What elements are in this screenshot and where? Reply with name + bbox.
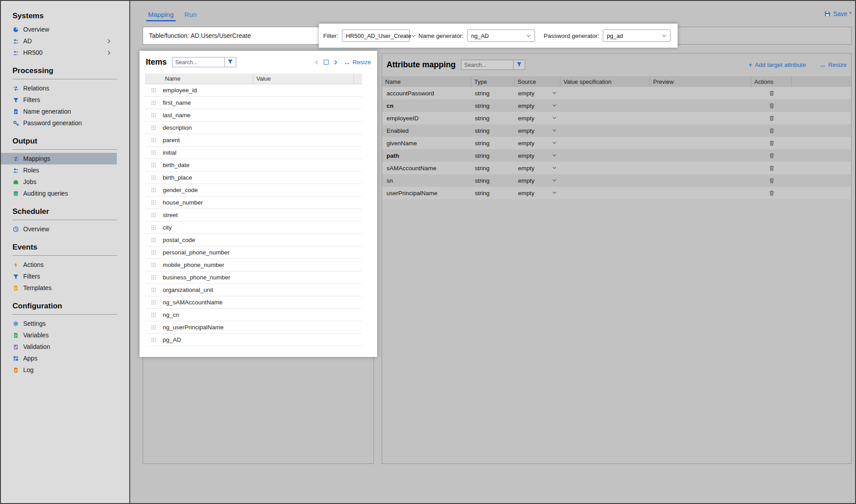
drag-handle-icon[interactable] bbox=[145, 162, 162, 168]
sidebar-item-jobs[interactable]: Jobs bbox=[1, 176, 117, 188]
sidebar-item-overview[interactable]: Overview bbox=[1, 24, 117, 35]
sidebar-item-filters[interactable]: Filters bbox=[1, 270, 117, 282]
attribute-row: pathstringempty bbox=[382, 149, 851, 162]
name-generator-select[interactable]: ng_AD bbox=[467, 29, 535, 42]
delete-attribute-button[interactable] bbox=[755, 127, 788, 134]
tab-mapping[interactable]: Mapping bbox=[143, 3, 179, 25]
sidebar-item-actions[interactable]: Actions bbox=[1, 259, 117, 270]
item-row[interactable]: city bbox=[145, 221, 362, 234]
drag-handle-icon[interactable] bbox=[145, 225, 162, 230]
item-row[interactable]: employee_id bbox=[145, 84, 362, 97]
sidebar-item-filters[interactable]: Filters bbox=[1, 94, 117, 106]
sidebar-item-validation[interactable]: Validation bbox=[1, 341, 117, 352]
delete-attribute-button[interactable] bbox=[755, 177, 788, 184]
attribute-filter-button[interactable] bbox=[514, 60, 525, 70]
drag-handle-icon[interactable] bbox=[145, 200, 162, 205]
drag-handle-icon[interactable] bbox=[145, 237, 162, 243]
source-select[interactable]: empty bbox=[518, 152, 557, 159]
sidebar-item-password-generation[interactable]: Password generation bbox=[1, 117, 117, 129]
drag-handle-icon[interactable] bbox=[145, 324, 162, 330]
drag-handle-icon[interactable] bbox=[145, 125, 162, 131]
delete-attribute-button[interactable] bbox=[755, 115, 788, 121]
sidebar-item-ad[interactable]: AD bbox=[1, 35, 117, 47]
sidebar-item-relations[interactable]: Relations bbox=[1, 82, 117, 94]
item-row[interactable]: parent bbox=[145, 134, 362, 147]
tab-run[interactable]: Run bbox=[179, 3, 202, 25]
password-generator-select[interactable]: pg_ad bbox=[603, 29, 671, 42]
attribute-resize-button[interactable]: ↔ Resize bbox=[819, 61, 847, 68]
next-page-button[interactable] bbox=[333, 60, 338, 65]
drag-handle-icon[interactable] bbox=[145, 112, 162, 118]
add-target-attribute-button[interactable]: + Add target attribute bbox=[749, 61, 806, 69]
delete-attribute-button[interactable] bbox=[755, 102, 788, 109]
item-row[interactable]: postal_code bbox=[145, 234, 362, 246]
tab-bar: Mapping Run Save * bbox=[143, 1, 852, 27]
sidebar-item-apps[interactable]: Apps bbox=[1, 352, 117, 364]
item-row[interactable]: initial bbox=[145, 147, 362, 159]
sidebar-item-templates[interactable]: Templates bbox=[1, 282, 117, 294]
delete-attribute-button[interactable] bbox=[755, 90, 788, 96]
prev-page-button[interactable] bbox=[314, 60, 319, 65]
source-select[interactable]: empty bbox=[518, 102, 557, 109]
attribute-search-input[interactable] bbox=[461, 60, 514, 70]
drag-handle-icon[interactable] bbox=[145, 312, 162, 318]
drag-handle-icon[interactable] bbox=[145, 100, 162, 106]
drag-handle-icon[interactable] bbox=[145, 87, 162, 93]
sidebar-item-settings[interactable]: Settings bbox=[1, 318, 117, 329]
items-search-input[interactable] bbox=[172, 57, 225, 67]
items-resize-button[interactable]: ↔ Resize bbox=[344, 59, 371, 66]
item-row[interactable]: last_name bbox=[145, 109, 362, 122]
sidebar-item-auditing-queries[interactable]: Auditing queries bbox=[1, 188, 117, 199]
items-filter-button[interactable] bbox=[225, 57, 236, 67]
source-select[interactable]: empty bbox=[518, 165, 557, 172]
drag-handle-icon[interactable] bbox=[145, 187, 162, 193]
drag-handle-icon[interactable] bbox=[145, 299, 162, 305]
item-row[interactable]: business_phone_number bbox=[145, 271, 362, 284]
item-row[interactable]: personal_phone_number bbox=[145, 246, 362, 259]
item-row[interactable]: house_number bbox=[145, 197, 362, 209]
sidebar-item-roles[interactable]: Roles bbox=[1, 164, 117, 176]
drag-handle-icon[interactable] bbox=[145, 287, 162, 293]
item-row[interactable]: organizational_unit bbox=[145, 284, 362, 296]
item-row[interactable]: first_name bbox=[145, 97, 362, 109]
filter-select[interactable]: HR500_AD_User_Create bbox=[342, 29, 410, 42]
delete-attribute-button[interactable] bbox=[755, 152, 788, 159]
sidebar-item-mappings[interactable]: Mappings bbox=[1, 153, 117, 164]
attribute-type: string bbox=[471, 124, 514, 137]
item-row[interactable]: ng_userPrincipalName bbox=[145, 321, 362, 334]
sidebar-item-name-generation[interactable]: Name generation bbox=[1, 106, 117, 117]
delete-attribute-button[interactable] bbox=[755, 190, 788, 196]
item-row[interactable]: ng_sAMAccountName bbox=[145, 296, 362, 309]
drag-handle-icon[interactable] bbox=[145, 275, 162, 280]
drag-handle-icon[interactable] bbox=[145, 175, 162, 180]
item-row[interactable]: birth_date bbox=[145, 159, 362, 172]
source-select[interactable]: empty bbox=[518, 115, 557, 122]
item-row[interactable]: ng_cn bbox=[145, 309, 362, 321]
sidebar-item-hr500[interactable]: HR500 bbox=[1, 47, 117, 58]
page-indicator-icon[interactable] bbox=[324, 60, 329, 65]
item-row[interactable]: birth_place bbox=[145, 172, 362, 184]
source-select[interactable]: empty bbox=[518, 190, 557, 197]
item-row[interactable]: pg_AD bbox=[145, 334, 362, 346]
sidebar-item-label: Name generation bbox=[23, 108, 71, 115]
source-select[interactable]: empty bbox=[518, 140, 557, 147]
drag-handle-icon[interactable] bbox=[145, 137, 162, 143]
save-button[interactable]: Save * bbox=[824, 10, 852, 17]
source-select[interactable]: empty bbox=[518, 177, 557, 184]
drag-handle-icon[interactable] bbox=[145, 262, 162, 268]
drag-handle-icon[interactable] bbox=[145, 337, 162, 343]
delete-attribute-button[interactable] bbox=[755, 165, 788, 171]
sidebar-item-log[interactable]: Log bbox=[1, 364, 117, 376]
source-select[interactable]: empty bbox=[518, 127, 557, 134]
item-row[interactable]: mobile_phone_number bbox=[145, 259, 362, 271]
source-select[interactable]: empty bbox=[518, 90, 557, 97]
drag-handle-icon[interactable] bbox=[145, 250, 162, 255]
delete-attribute-button[interactable] bbox=[755, 140, 788, 146]
item-row[interactable]: street bbox=[145, 209, 362, 221]
sidebar-item-overview[interactable]: Overview bbox=[1, 223, 117, 235]
item-row[interactable]: description bbox=[145, 122, 362, 134]
item-row[interactable]: gender_code bbox=[145, 184, 362, 197]
drag-handle-icon[interactable] bbox=[145, 212, 162, 218]
sidebar-item-variables[interactable]: Variables bbox=[1, 329, 117, 341]
drag-handle-icon[interactable] bbox=[145, 150, 162, 156]
